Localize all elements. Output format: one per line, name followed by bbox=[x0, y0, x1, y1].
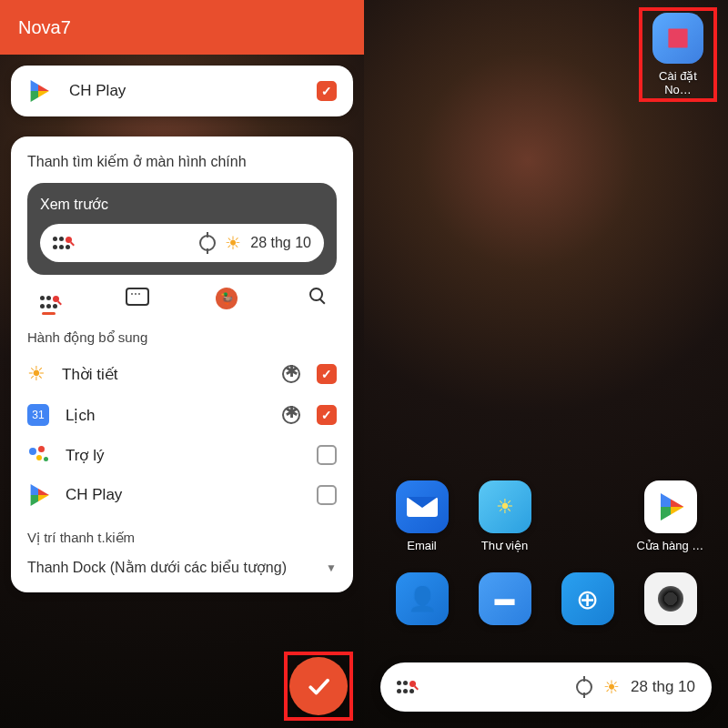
chplay-row: CH Play bbox=[27, 80, 126, 102]
email-icon bbox=[396, 480, 449, 533]
chplay-top-card[interactable]: CH Play bbox=[11, 66, 353, 116]
nova-settings-label: Cài đặt No… bbox=[644, 69, 712, 96]
app-browser[interactable]: . bbox=[551, 572, 624, 644]
row-weather[interactable]: ☀ Thời tiết bbox=[27, 353, 337, 395]
actions-title: Hành động bổ sung bbox=[27, 329, 337, 346]
right-homescreen-pane: Cài đặt No… Email Thư viện . Cửa hàng … … bbox=[364, 0, 728, 728]
home-search-bar[interactable]: ☀ 28 thg 10 bbox=[380, 662, 712, 712]
keyboard-icon bbox=[126, 288, 149, 306]
confirm-fab[interactable] bbox=[289, 657, 348, 715]
row-chplay2[interactable]: CH Play bbox=[27, 475, 337, 515]
weather-checkbox[interactable] bbox=[317, 364, 337, 384]
app-gallery[interactable]: Thư viện bbox=[469, 480, 541, 552]
apps-search-icon bbox=[397, 681, 414, 693]
check-icon bbox=[305, 672, 332, 700]
camera-icon bbox=[644, 572, 697, 625]
target-icon bbox=[199, 235, 216, 251]
home-search-date: 28 thg 10 bbox=[631, 678, 695, 696]
contacts-icon bbox=[396, 572, 449, 625]
tab-magnifier[interactable] bbox=[302, 288, 329, 309]
duckduckgo-icon: 🦆 bbox=[216, 288, 238, 309]
left-settings-pane: Nova7 CH Play Thanh tìm kiếm ở màn hình … bbox=[0, 0, 364, 728]
calendar-checkbox[interactable] bbox=[317, 405, 337, 425]
sun-icon: ☀ bbox=[225, 232, 241, 254]
search-style-tabs: 🦆 bbox=[27, 275, 337, 315]
chplay2-checkbox[interactable] bbox=[317, 485, 337, 505]
app-header: Nova7 bbox=[0, 0, 364, 55]
app-contacts[interactable]: . bbox=[386, 572, 459, 644]
main-card: Thanh tìm kiếm ở màn hình chính Xem trướ… bbox=[11, 136, 353, 592]
preview-panel: Xem trước ☀ 28 thg 10 bbox=[27, 183, 337, 275]
assistant-label: Trợ lý bbox=[66, 446, 300, 465]
app-email[interactable]: Email bbox=[386, 480, 459, 552]
home-app-grid: Email Thư viện . Cửa hàng … . . . . bbox=[364, 480, 728, 644]
chplay-label: CH Play bbox=[69, 82, 126, 100]
chplay2-label: CH Play bbox=[66, 486, 300, 504]
preview-search-bar[interactable]: ☀ 28 thg 10 bbox=[40, 224, 324, 262]
gear-icon[interactable] bbox=[282, 406, 300, 424]
gallery-icon bbox=[479, 480, 531, 533]
weather-label: Thời tiết bbox=[62, 365, 266, 384]
magnifier-icon bbox=[309, 288, 323, 301]
nova-settings-icon bbox=[652, 13, 703, 64]
position-label: Vị trí thanh t.kiếm bbox=[27, 530, 337, 546]
chevron-down-icon: ▼ bbox=[326, 561, 337, 574]
browser-icon bbox=[561, 572, 614, 625]
assistant-checkbox[interactable] bbox=[317, 445, 337, 465]
messages-icon bbox=[479, 572, 531, 625]
target-icon bbox=[576, 679, 592, 695]
sun-icon: ☀ bbox=[603, 676, 620, 698]
apps-search-icon bbox=[53, 237, 70, 249]
row-assistant[interactable]: Trợ lý bbox=[27, 435, 337, 475]
position-dropdown[interactable]: Thanh Dock (Nằm dưới các biểu tượng) ▼ bbox=[27, 553, 337, 576]
tab-apps-search[interactable] bbox=[35, 288, 62, 309]
row-calendar[interactable]: 31 Lịch bbox=[27, 395, 337, 435]
assistant-icon bbox=[27, 444, 49, 466]
email-label: Email bbox=[386, 539, 459, 552]
chplay-checkbox[interactable] bbox=[317, 81, 337, 101]
app-camera[interactable]: . bbox=[634, 572, 707, 644]
calendar-icon: 31 bbox=[27, 404, 49, 426]
store-label: Cửa hàng … bbox=[634, 539, 707, 552]
gallery-label: Thư viện bbox=[469, 539, 541, 552]
play-store-icon bbox=[27, 484, 49, 506]
gear-icon[interactable] bbox=[282, 365, 300, 383]
play-store-icon bbox=[644, 480, 697, 533]
header-title: Nova7 bbox=[18, 17, 71, 38]
preview-date: 28 thg 10 bbox=[250, 235, 311, 251]
dropdown-value: Thanh Dock (Nằm dưới các biểu tượng) bbox=[27, 559, 287, 576]
calendar-label: Lịch bbox=[66, 406, 266, 425]
weather-icon: ☀ bbox=[27, 362, 46, 386]
tab-keyboard[interactable] bbox=[124, 288, 151, 309]
nova-settings-app[interactable]: Cài đặt No… bbox=[644, 13, 712, 96]
preview-title: Xem trước bbox=[40, 196, 324, 213]
app-store[interactable]: Cửa hàng … bbox=[634, 480, 707, 552]
tab-duckduckgo[interactable]: 🦆 bbox=[213, 288, 240, 309]
section-title: Thanh tìm kiếm ở màn hình chính bbox=[27, 153, 337, 170]
app-messages[interactable]: . bbox=[469, 572, 541, 644]
play-store-icon bbox=[27, 80, 49, 102]
